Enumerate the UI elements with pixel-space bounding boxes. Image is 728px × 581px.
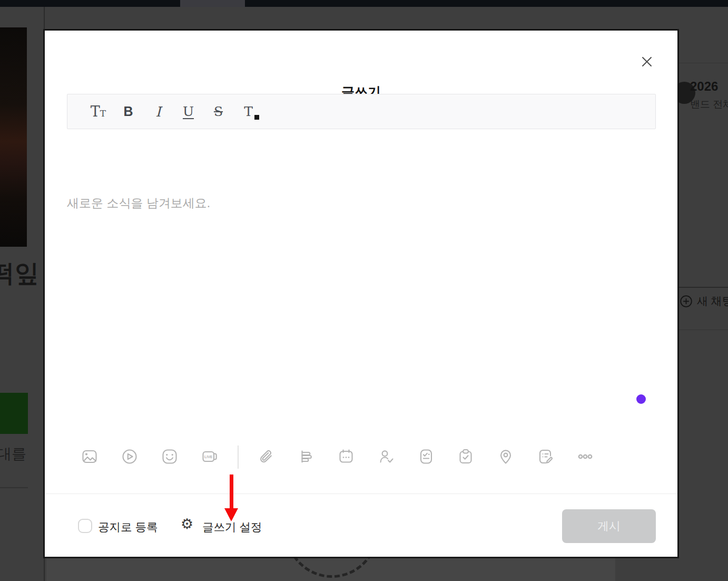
footer-divider <box>45 493 677 494</box>
location-icon[interactable] <box>496 447 515 466</box>
cursor-dot <box>636 394 646 404</box>
band-scope-label: 밴드 전체 <box>690 98 728 111</box>
video-icon[interactable] <box>120 447 139 466</box>
screen: 떡잎 대를 2026 밴드 전체 새 채팅 글쓰기 TT B I <box>0 0 728 581</box>
todo-icon[interactable] <box>456 447 475 466</box>
italic-button[interactable]: I <box>143 104 173 120</box>
schedule-icon[interactable] <box>337 447 356 466</box>
editor-placeholder: 새로운 소식을 남겨보세요. <box>67 195 210 211</box>
background-section-divider-bottom <box>677 330 728 330</box>
new-chat-button: 새 채팅 <box>680 294 728 308</box>
underline-button[interactable]: U <box>173 104 203 119</box>
background-section-divider-top <box>677 287 728 288</box>
browser-top-strip <box>0 0 728 7</box>
close-icon <box>639 54 657 70</box>
live-icon[interactable]: LIVE <box>200 447 219 466</box>
close-button[interactable] <box>639 53 657 71</box>
bold-button[interactable]: B <box>113 104 143 119</box>
background-green-thumbnail <box>0 393 28 434</box>
gear-icon[interactable]: ⚙ <box>181 516 193 532</box>
survey-icon[interactable] <box>536 447 555 466</box>
file-icon[interactable] <box>257 447 276 466</box>
color-swatch <box>254 115 259 120</box>
more-icon[interactable] <box>576 447 595 466</box>
background-post-title: 떡잎 <box>0 257 39 290</box>
poll-icon[interactable] <box>297 447 316 466</box>
browser-tab-segment <box>180 0 245 7</box>
notice-checkbox[interactable] <box>78 519 92 533</box>
background-text-fragment: 대를 <box>0 444 26 464</box>
text-color-button[interactable]: T <box>233 104 263 119</box>
circle-plus-icon <box>680 295 693 308</box>
post-editor[interactable]: 새로운 소식을 남겨보세요. <box>67 162 655 442</box>
red-arrow-head <box>224 508 238 521</box>
svg-text:LIVE: LIVE <box>204 455 213 459</box>
write-post-modal: 글쓰기 TT B I U S T 새로운 소식을 남겨보세요. <box>45 31 677 557</box>
background-post-image <box>0 27 27 247</box>
strikethrough-button[interactable]: S <box>203 104 233 119</box>
sticker-icon[interactable] <box>160 447 179 466</box>
notice-checkbox-label[interactable]: 공지로 등록 <box>98 519 158 535</box>
write-settings-label[interactable]: 글쓰기 설정 <box>202 519 262 535</box>
toolbar-divider <box>238 446 239 469</box>
red-arrow-annotation <box>230 475 233 509</box>
attendance-icon[interactable] <box>417 447 436 466</box>
format-toolbar: TT B I U S T <box>67 94 656 129</box>
font-size-button[interactable]: TT <box>83 103 113 120</box>
post-button[interactable]: 게시 <box>562 509 656 543</box>
background-header-divider <box>677 63 728 63</box>
background-divider-small <box>0 487 28 488</box>
member-signup-icon[interactable] <box>377 447 396 466</box>
band-title-year: 2026 <box>690 79 718 94</box>
new-chat-label: 새 채팅 <box>697 294 728 308</box>
photo-icon[interactable] <box>80 447 99 466</box>
